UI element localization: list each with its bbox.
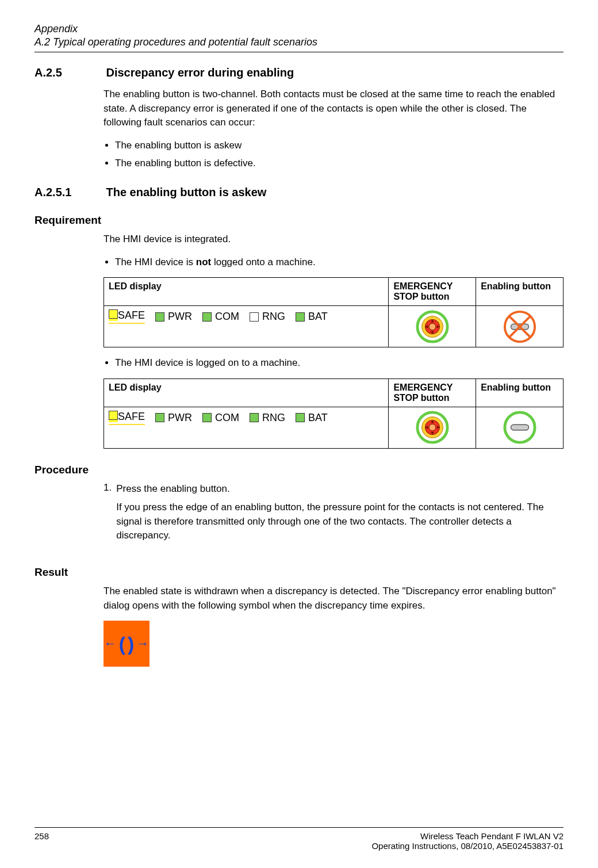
discrepancy-error-icon: ← ( ) → bbox=[103, 621, 150, 667]
section-a251: A.2.5.1 The enabling button is askew bbox=[34, 186, 564, 199]
section-a25: A.2.5 Discrepancy error during enabling bbox=[34, 66, 564, 79]
req-b1-post: logged onto a machine. bbox=[211, 257, 315, 267]
enable-disabled-icon bbox=[503, 310, 536, 343]
table-row: SAFE PWR COM RNG BAT bbox=[104, 306, 564, 347]
table-row: SAFE PWR COM RNG BAT bbox=[104, 407, 564, 448]
led-label: COM bbox=[215, 311, 239, 323]
led-label: SAFE bbox=[118, 411, 145, 422]
led-row: SAFE PWR COM RNG BAT bbox=[109, 309, 384, 324]
intro-paragraph: The enabling button is two-channel. Both… bbox=[103, 87, 564, 130]
bracket-left-icon: ( bbox=[119, 633, 125, 655]
requirement-heading: Requirement bbox=[34, 214, 564, 227]
estop-active-icon bbox=[416, 411, 449, 444]
led-label: RNG bbox=[262, 412, 285, 424]
subsection-number: A.2.5.1 bbox=[34, 186, 103, 199]
led-safe: SAFE bbox=[109, 309, 145, 324]
led-table-not-logged: LED display EMERGENCY STOP button Enabli… bbox=[103, 277, 564, 347]
req-b1-pre: The HMI device is bbox=[115, 257, 196, 267]
procedure-step: 1. Press the enabling button. If you pre… bbox=[103, 482, 564, 552]
table-row: LED display EMERGENCY STOP button Enabli… bbox=[104, 278, 564, 306]
result-text: The enabled state is withdrawn when a di… bbox=[103, 584, 564, 613]
header-rule bbox=[34, 52, 564, 52]
requirement-list-2: The HMI device is logged on to a machine… bbox=[115, 355, 564, 370]
led-label: SAFE bbox=[118, 309, 145, 321]
svg-point-3 bbox=[429, 323, 436, 330]
th-estop: EMERGENCY STOP button bbox=[389, 278, 476, 306]
step-content: Press the enabling button. If you press … bbox=[116, 482, 564, 552]
requirement-intro: The HMI device is integrated. bbox=[103, 232, 564, 247]
led-com: COM bbox=[202, 311, 239, 323]
led-label: COM bbox=[215, 412, 239, 424]
led-box-icon bbox=[250, 413, 259, 422]
subsection-title: The enabling button is askew bbox=[106, 186, 266, 198]
section-number: A.2.5 bbox=[34, 66, 103, 79]
section-title: Discrepancy error during enabling bbox=[106, 66, 294, 79]
led-rng: RNG bbox=[250, 311, 285, 323]
procedure-heading: Procedure bbox=[34, 464, 564, 476]
list-item: The HMI device is not logged onto a mach… bbox=[115, 255, 564, 270]
estop-active-icon bbox=[416, 310, 449, 343]
footer-doc-info: Operating Instructions, 08/2010, A5E0245… bbox=[371, 841, 564, 851]
led-pwr: PWR bbox=[155, 412, 192, 424]
result-body: The enabled state is withdrawn when a di… bbox=[103, 584, 564, 667]
arrow-left-icon: ← bbox=[104, 636, 117, 651]
result-heading: Result bbox=[34, 566, 564, 579]
step-detail: If you press the edge of an enabling but… bbox=[116, 500, 564, 543]
page-footer: 258 Wireless Teach Pendant F IWLAN V2 Op… bbox=[34, 827, 564, 851]
led-box-icon bbox=[202, 413, 212, 422]
led-box-icon bbox=[296, 413, 305, 422]
list-item: The HMI device is logged on to a machine… bbox=[115, 355, 564, 370]
led-display-cell: SAFE PWR COM RNG BAT bbox=[104, 306, 389, 347]
led-box-icon bbox=[109, 411, 118, 420]
header-section-path: A.2 Typical operating procedures and pot… bbox=[34, 36, 564, 48]
list-item: The enabling button is defective. bbox=[115, 156, 564, 171]
th-enable: Enabling button bbox=[476, 278, 564, 306]
led-display-cell: SAFE PWR COM RNG BAT bbox=[104, 407, 389, 448]
list-item: The enabling button is askew bbox=[115, 138, 564, 153]
svg-point-11 bbox=[429, 424, 436, 431]
led-rng: RNG bbox=[250, 412, 285, 424]
table-row: LED display EMERGENCY STOP button Enabli… bbox=[104, 378, 564, 407]
enable-cell bbox=[476, 407, 564, 448]
led-box-icon bbox=[155, 312, 164, 322]
arrow-right-icon: → bbox=[136, 636, 149, 651]
procedure-body: 1. Press the enabling button. If you pre… bbox=[103, 482, 564, 552]
footer-doc-title: Wireless Teach Pendant F IWLAN V2 bbox=[371, 831, 564, 841]
led-bat: BAT bbox=[296, 311, 328, 323]
led-label: BAT bbox=[308, 311, 328, 323]
led-box-icon bbox=[155, 413, 164, 422]
svg-rect-13 bbox=[511, 425, 528, 430]
led-label: RNG bbox=[262, 311, 285, 323]
fault-list: The enabling button is askew The enablin… bbox=[115, 138, 564, 171]
th-estop: EMERGENCY STOP button bbox=[389, 378, 476, 407]
enable-cell bbox=[476, 306, 564, 347]
bracket-right-icon: ) bbox=[128, 633, 134, 655]
section-a25-body: The enabling button is two-channel. Both… bbox=[103, 87, 564, 171]
step-title: Press the enabling button. bbox=[116, 482, 564, 496]
estop-cell bbox=[389, 407, 476, 448]
led-bat: BAT bbox=[296, 412, 328, 424]
enable-active-icon bbox=[503, 411, 536, 444]
requirement-body: The HMI device is integrated. The HMI de… bbox=[103, 232, 564, 449]
footer-page-number: 258 bbox=[34, 831, 49, 851]
led-com: COM bbox=[202, 412, 239, 424]
page-header: Appendix A.2 Typical operating procedure… bbox=[34, 23, 564, 52]
led-row: SAFE PWR COM RNG BAT bbox=[109, 411, 384, 425]
th-led: LED display bbox=[104, 378, 389, 407]
footer-right: Wireless Teach Pendant F IWLAN V2 Operat… bbox=[371, 831, 564, 851]
step-number: 1. bbox=[103, 482, 112, 552]
th-enable: Enabling button bbox=[476, 378, 564, 407]
led-table-logged: LED display EMERGENCY STOP button Enabli… bbox=[103, 378, 564, 449]
led-label: PWR bbox=[168, 311, 192, 323]
req-b1-bold: not bbox=[196, 257, 211, 267]
led-box-icon bbox=[250, 312, 259, 322]
estop-cell bbox=[389, 306, 476, 347]
led-box-icon bbox=[296, 312, 305, 322]
led-box-icon bbox=[109, 309, 118, 319]
led-label: BAT bbox=[308, 412, 328, 424]
led-label: PWR bbox=[168, 412, 192, 424]
header-chapter: Appendix bbox=[34, 23, 564, 35]
led-safe: SAFE bbox=[109, 411, 145, 425]
led-pwr: PWR bbox=[155, 311, 192, 323]
requirement-list: The HMI device is not logged onto a mach… bbox=[115, 255, 564, 270]
